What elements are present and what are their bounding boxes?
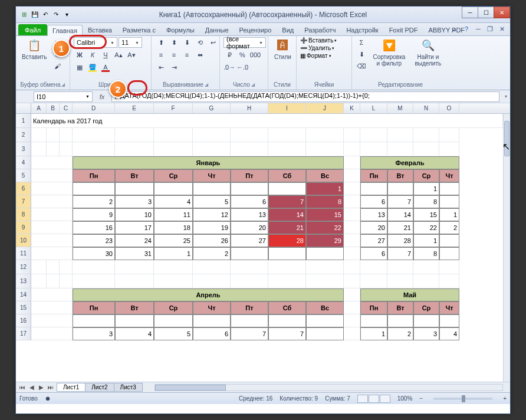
row-header[interactable]: 6 [16,182,31,195]
cell[interactable]: 13 [360,208,387,221]
cell[interactable] [360,274,387,288]
cell[interactable] [360,260,387,274]
cell[interactable] [115,260,154,274]
row-header[interactable]: 10 [16,234,31,247]
row-header[interactable]: 11 [16,247,31,260]
cell[interactable]: 1 [439,208,459,221]
col-header-F[interactable]: F [154,103,193,113]
cell[interactable] [344,195,360,208]
cell[interactable]: Ср [413,169,439,182]
cell[interactable] [73,260,115,274]
cell[interactable]: 17 [115,221,154,234]
cell[interactable] [306,128,344,142]
cell[interactable]: 1 [413,182,439,195]
hscroll-thumb[interactable] [155,385,226,391]
col-header-A[interactable]: A [31,103,47,113]
cell[interactable] [31,301,73,314]
cell[interactable] [439,274,459,288]
cell[interactable]: Май [360,288,459,301]
doc-close-icon[interactable]: ✕ [497,24,507,34]
col-header-L[interactable]: L [360,103,387,113]
cell[interactable]: 26 [193,234,231,247]
cell[interactable] [344,327,360,340]
cell[interactable]: 7 [268,195,306,208]
cell[interactable] [115,182,154,195]
cell[interactable] [387,274,413,288]
cell[interactable]: 13 [231,208,268,221]
cell[interactable]: 2 [193,247,231,260]
row-header[interactable]: 7 [16,195,31,208]
underline-icon[interactable]: Ч [100,50,111,60]
cell[interactable] [387,314,413,327]
cell[interactable] [344,247,360,260]
cell[interactable]: 24 [115,234,154,247]
row-header[interactable]: 8 [16,208,31,221]
cell[interactable] [439,182,459,195]
col-header-N[interactable]: N [413,103,439,113]
cell[interactable] [360,128,387,142]
col-header-E[interactable]: E [115,103,154,113]
cell[interactable] [115,142,154,156]
cell[interactable] [231,314,268,327]
cell[interactable] [31,208,73,221]
cell[interactable] [193,182,231,195]
cell[interactable]: 27 [231,234,268,247]
vertical-scrollbar[interactable] [503,114,510,382]
cell[interactable] [344,260,360,274]
cell[interactable] [387,182,413,195]
scrollbar-thumb[interactable] [504,121,509,156]
cell[interactable] [344,169,360,182]
ribbon-minimize-icon[interactable]: ▵ [450,24,459,34]
col-header-O[interactable]: O [439,103,459,113]
cell[interactable]: 4 [439,327,459,340]
row-header[interactable]: 9 [16,221,31,234]
fx-button[interactable]: fx [95,91,109,102]
cell[interactable] [31,314,73,327]
cell[interactable] [439,247,459,260]
sheet-tab[interactable]: Лист2 [85,383,114,392]
cell[interactable]: Пт [231,301,268,314]
cell[interactable]: 20 [231,221,268,234]
align-center-icon[interactable]: ≡ [168,50,180,60]
cell[interactable] [193,128,231,142]
fill-icon[interactable]: ⬇ [356,49,367,60]
cell[interactable]: 6 [360,195,387,208]
cell[interactable] [115,314,154,327]
align-left-icon[interactable]: ≡ [155,50,167,60]
cell[interactable] [231,142,268,156]
cell[interactable]: Ср [413,301,439,314]
close-button[interactable]: ✕ [494,6,510,18]
formula-input[interactable]: {=ДАТА(ГОД(D4);МЕСЯЦ(D4);1-1)-(ДЕНЬНЕД(Д… [111,91,499,102]
sheet-tab[interactable]: Лист1 [57,383,86,392]
dialog-launcher-icon[interactable]: ◢ [61,82,65,87]
cell[interactable]: Вт [387,301,413,314]
select-all-corner[interactable] [16,103,31,113]
cell[interactable]: 1 [360,327,387,340]
cell[interactable]: Пн [73,169,115,182]
cells-delete-button[interactable]: ➖Удалить▾ [300,45,334,51]
align-right-icon[interactable]: ≡ [181,50,193,60]
italic-icon[interactable]: К [87,50,98,60]
cell[interactable]: 18 [154,221,193,234]
redo-icon[interactable]: ↷ [51,10,61,19]
cell[interactable] [60,260,73,274]
font-name-combo[interactable]: Calibri▼ [74,37,117,48]
cell[interactable] [344,314,360,327]
cell[interactable]: 2 [439,221,459,234]
cell[interactable]: Чт [193,301,231,314]
merge-icon[interactable]: ⬌ [194,50,206,60]
cell[interactable] [31,260,47,274]
row-header[interactable]: 5 [16,169,31,182]
tab-view[interactable]: Вид [277,24,299,35]
paste-button[interactable]: 📋 Вставить [19,37,49,61]
cell[interactable]: 15 [306,208,344,221]
tab-home[interactable]: Главная [47,25,83,36]
cell[interactable]: 14 [268,208,306,221]
row-header[interactable]: 2 [16,128,31,142]
cell[interactable]: Вт [115,301,154,314]
zoom-out-icon[interactable]: − [419,395,423,402]
cell[interactable] [439,195,459,208]
cell[interactable]: 25 [154,234,193,247]
cell[interactable] [413,274,439,288]
cells-insert-button[interactable]: ➕Вставить▾ [300,37,337,44]
